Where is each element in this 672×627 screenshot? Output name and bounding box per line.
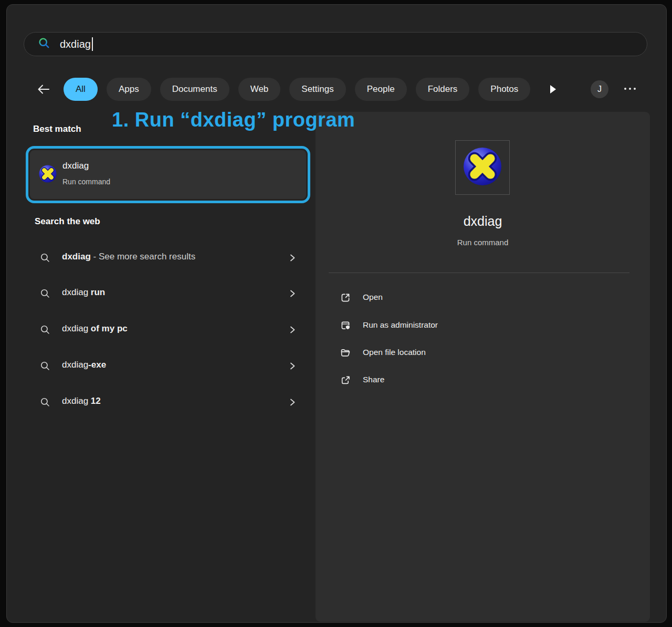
tab-settings[interactable]: Settings xyxy=(289,78,345,101)
suggestion-rest: 12 xyxy=(91,396,101,406)
folder-icon xyxy=(340,347,351,359)
more-tabs-arrow-icon[interactable] xyxy=(548,82,558,96)
annotation-highlight-box: dxdiag Run command xyxy=(26,146,310,203)
action-open[interactable]: Open xyxy=(329,286,633,309)
best-match-result[interactable]: dxdiag Run command xyxy=(30,150,306,199)
search-the-web-heading: Search the web xyxy=(35,216,100,227)
tab-web[interactable]: Web xyxy=(238,78,281,101)
best-match-title: dxdiag xyxy=(62,161,89,171)
preview-icon-frame xyxy=(455,140,510,195)
chevron-right-icon[interactable] xyxy=(288,398,297,409)
suggestion-rest: run xyxy=(91,287,105,297)
web-suggestion-item[interactable]: dxdiag - See more search results xyxy=(26,245,310,270)
suggestion-query: dxdiag xyxy=(62,287,91,297)
chevron-right-icon[interactable] xyxy=(288,253,297,265)
tab-all[interactable]: All xyxy=(64,78,98,101)
search-bar[interactable]: dxdiag xyxy=(24,32,647,56)
search-input[interactable]: dxdiag xyxy=(60,38,91,50)
best-match-subtitle: Run command xyxy=(62,177,110,186)
tab-folders[interactable]: Folders xyxy=(416,78,470,101)
divider xyxy=(329,273,629,273)
suggestion-query: dxdiag xyxy=(62,252,91,262)
more-options-button[interactable] xyxy=(624,88,636,90)
action-label: Open xyxy=(363,292,383,302)
best-match-heading: Best match xyxy=(33,124,81,134)
web-suggestion-item[interactable]: dxdiag of my pc xyxy=(26,317,310,342)
filter-pills: All Apps Documents Web Settings People F… xyxy=(64,77,530,101)
chevron-right-icon[interactable] xyxy=(288,289,297,300)
search-icon xyxy=(38,37,50,51)
text-caret xyxy=(92,37,93,51)
magnifier-icon xyxy=(40,253,50,265)
magnifier-icon xyxy=(40,361,50,373)
suggestion-query: dxdiag xyxy=(62,360,88,370)
tab-apps[interactable]: Apps xyxy=(107,78,151,101)
screen: dxdiag All Apps Documents Web Settings P… xyxy=(0,0,672,627)
search-flyout-window: dxdiag All Apps Documents Web Settings P… xyxy=(6,4,667,623)
suggestion-rest: of my pc xyxy=(91,323,128,333)
preview-title: dxdiag xyxy=(316,214,650,229)
suggestion-rest: - See more search results xyxy=(91,252,195,262)
action-label: Share xyxy=(363,375,384,384)
magnifier-icon xyxy=(40,325,50,337)
web-suggestion-item[interactable]: dxdiag run xyxy=(26,281,310,306)
action-open-file-location[interactable]: Open file location xyxy=(329,341,633,364)
magnifier-icon xyxy=(40,288,50,301)
user-avatar[interactable]: J xyxy=(591,80,608,98)
open-external-icon xyxy=(340,292,351,304)
action-share[interactable]: Share xyxy=(329,369,633,392)
tab-documents[interactable]: Documents xyxy=(160,78,229,101)
suggestion-rest: -exe xyxy=(88,360,106,370)
dxdiag-app-icon xyxy=(461,145,503,190)
suggestion-query: dxdiag xyxy=(62,396,91,406)
web-suggestion-item[interactable]: dxdiag 12 xyxy=(26,390,310,415)
preview-subtitle: Run command xyxy=(316,238,650,247)
run-admin-shield-icon xyxy=(340,320,351,331)
magnifier-icon xyxy=(40,397,50,410)
annotation-step-label: 1. Run “dxdiag” program xyxy=(112,109,355,131)
back-button[interactable] xyxy=(37,83,50,96)
preview-panel: dxdiag Run command Open Run as administr… xyxy=(316,112,650,622)
chevron-right-icon[interactable] xyxy=(288,325,297,337)
chevron-right-icon[interactable] xyxy=(288,361,297,373)
action-label: Open file location xyxy=(363,348,426,357)
web-suggestion-item[interactable]: dxdiag-exe xyxy=(26,353,310,379)
suggestion-query: dxdiag xyxy=(62,323,91,333)
tab-photos[interactable]: Photos xyxy=(478,78,530,101)
dxdiag-app-icon xyxy=(38,164,57,185)
filter-tabs-row: All Apps Documents Web Settings People F… xyxy=(7,77,667,101)
share-icon xyxy=(340,374,351,386)
tab-people[interactable]: People xyxy=(355,78,407,101)
action-run-as-administrator[interactable]: Run as administrator xyxy=(329,314,633,337)
action-label: Run as administrator xyxy=(363,320,438,330)
